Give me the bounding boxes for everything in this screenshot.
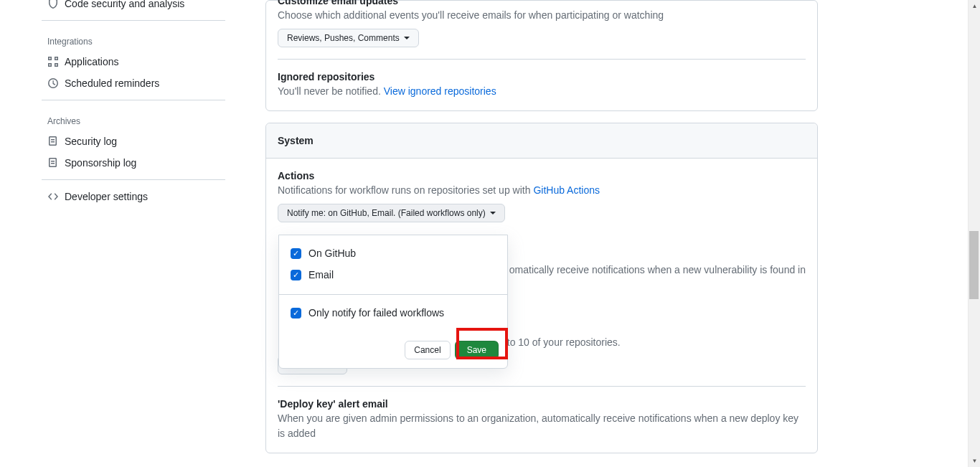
section-title-deploy-key: 'Deploy key' alert email [278,398,806,410]
sidebar-group-archives: Archives [42,112,225,131]
log-icon [47,157,59,169]
checkbox-label: Email [308,269,334,280]
section-title: Customize email updates [278,0,806,6]
code-icon [47,191,59,202]
sidebar-item-developer-settings[interactable]: Developer settings [42,186,225,207]
section-desc-deploy-key: When you are given admin permissions to … [278,411,806,441]
sidebar-label: Developer settings [65,191,148,202]
scroll-up-icon[interactable]: ▲ [969,0,980,12]
actions-notify-dropdown[interactable]: Notify me: on GitHub, Email. (Failed wor… [278,204,505,222]
card-email-updates: Customize email updates Choose which add… [265,0,818,111]
apps-icon [47,56,59,67]
checkbox-row-email[interactable]: ✓ Email [291,264,496,286]
checkbox-checked-icon: ✓ [291,248,301,259]
scrollbar-track[interactable]: ▲ ▼ [968,0,980,467]
checkbox-checked-icon: ✓ [291,270,301,280]
sidebar-item-security-log[interactable]: Security log [42,131,225,152]
sidebar-label: Applications [65,56,119,67]
checkbox-row-failed-only[interactable]: ✓ Only notify for failed workflows [291,302,496,324]
log-icon [47,136,59,147]
sidebar-divider [42,100,225,100]
checkbox-label: On GitHub [308,247,356,259]
cancel-button[interactable]: Cancel [405,341,450,359]
card-header-system: System [266,123,817,159]
button-label: Reviews, Pushes, Comments [287,33,400,43]
save-button[interactable]: Save [455,341,499,359]
section-desc: Choose which additional events you'll re… [278,8,806,23]
sidebar-group-integrations: Integrations [42,32,225,51]
sidebar-label: Sponsorship log [65,157,136,169]
section-title-actions: Actions [278,170,806,181]
sidebar-label: Scheduled reminders [65,77,159,89]
actions-notify-popover: ✓ On GitHub ✓ Email ✓ Only notify for fa… [278,235,508,369]
section-desc-actions: Notifications for workflow runs on repos… [278,183,806,198]
clock-icon [47,77,59,89]
chevron-down-icon [404,37,410,39]
section-divider [278,59,806,60]
section-desc: You'll never be notified. View ignored r… [278,84,806,99]
chevron-down-icon [490,212,496,214]
sidebar-item-code-security[interactable]: Code security and analysis [42,0,225,14]
sidebar-item-sponsorship-log[interactable]: Sponsorship log [42,152,225,174]
checkbox-label: Only notify for failed workflows [308,307,444,319]
github-actions-link[interactable]: GitHub Actions [533,184,600,196]
sidebar-item-scheduled-reminders[interactable]: Scheduled reminders [42,72,225,94]
section-divider [278,386,806,387]
sidebar-item-applications[interactable]: Applications [42,51,225,72]
section-title: Ignored repositories [278,71,806,82]
view-ignored-link[interactable]: View ignored repositories [384,85,496,97]
scroll-down-icon[interactable]: ▼ [969,455,980,467]
shield-icon [47,0,59,9]
sidebar-label: Code security and analysis [65,0,184,9]
email-updates-dropdown[interactable]: Reviews, Pushes, Comments [278,29,419,47]
sidebar-label: Security log [65,136,117,147]
sidebar-divider [42,20,225,21]
button-label: Notify me: on GitHub, Email. (Failed wor… [287,208,486,218]
checkbox-row-on-github[interactable]: ✓ On GitHub [291,242,496,264]
checkbox-checked-icon: ✓ [291,308,301,319]
sidebar-divider [42,179,225,180]
scrollbar-thumb[interactable] [969,231,979,299]
